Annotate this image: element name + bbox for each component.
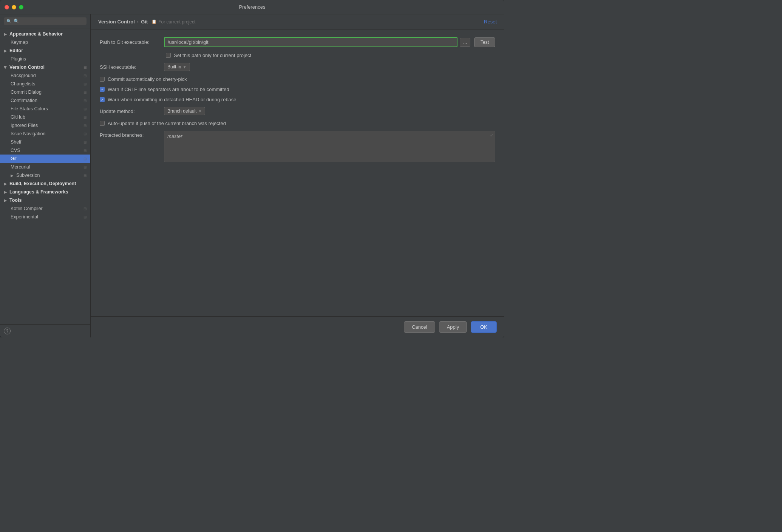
current-project-checkbox[interactable] (166, 53, 171, 58)
maximize-button[interactable] (19, 5, 23, 9)
path-input[interactable] (164, 37, 457, 47)
arrow-icon: ▶ (4, 198, 7, 203)
copy-icon: ⊞ (83, 124, 87, 128)
sidebar-item-mercurial[interactable]: Mercurial ⊞ (0, 163, 90, 171)
arrow-icon: ▶ (4, 49, 7, 53)
apply-button[interactable]: Apply (439, 321, 467, 333)
sidebar-item-label: Changelists (11, 81, 35, 87)
sidebar-item-appearance-behavior[interactable]: ▶ Appearance & Behavior (0, 30, 90, 38)
arrow-icon: ▶ (4, 190, 7, 194)
breadcrumb-separator: › (137, 19, 139, 25)
sidebar-item-kotlin-compiler[interactable]: Kotlin Compiler ⊞ (0, 204, 90, 213)
sidebar-item-label: Languages & Frameworks (9, 189, 68, 195)
protected-input-wrap: ⤢ (164, 131, 495, 162)
sidebar-item-label: Commit Dialog (11, 90, 42, 95)
sidebar-item-file-status-colors[interactable]: File Status Colors ⊞ (0, 105, 90, 113)
cherry-pick-checkbox[interactable] (100, 77, 105, 82)
ok-button[interactable]: OK (471, 321, 497, 333)
sidebar-item-version-control[interactable]: ▶ Version Control ⊞ (0, 63, 90, 71)
copy-icon: ⊞ (83, 90, 87, 94)
update-row: Update method: Branch default ▼ (100, 107, 495, 115)
sidebar-item-label: Keymap (11, 40, 28, 45)
update-select-value: Branch default (167, 108, 196, 114)
copy-icon: ⊞ (83, 207, 87, 211)
sidebar-item-label: Git (11, 156, 17, 161)
sidebar-item-editor[interactable]: ▶ Editor (0, 46, 90, 55)
breadcrumb-root: Version Control (98, 19, 135, 25)
close-button[interactable] (5, 5, 9, 9)
sidebar-item-github[interactable]: GitHub ⊞ (0, 113, 90, 121)
sidebar-item-label: Editor (9, 48, 23, 53)
title-bar: Preferences (0, 0, 504, 14)
minimize-button[interactable] (12, 5, 16, 9)
sidebar-item-tools[interactable]: ▶ Tools (0, 196, 90, 204)
copy-icon: ⊞ (83, 82, 87, 86)
sidebar-item-label: Ignored Files (11, 123, 38, 128)
cherry-pick-label: Commit automatically on cherry-pick (108, 76, 187, 82)
expand-icon[interactable]: ⤢ (490, 133, 493, 138)
sidebar-item-issue-navigation[interactable]: Issue Navigation ⊞ (0, 130, 90, 138)
sidebar-item-confirmation[interactable]: Confirmation ⊞ (0, 96, 90, 105)
copy-icon: ⊞ (83, 132, 87, 136)
protected-label: Protected branches: (100, 131, 160, 138)
arrow-icon: ▶ (4, 182, 7, 186)
help-button[interactable]: ? (4, 328, 11, 334)
sidebar-item-label: Subversion (16, 173, 40, 178)
traffic-lights (5, 5, 23, 9)
sidebar-item-background[interactable]: Background ⊞ (0, 71, 90, 80)
sidebar-item-changelists[interactable]: Changelists ⊞ (0, 80, 90, 88)
breadcrumb-current: Git (141, 19, 148, 25)
sidebar-item-label: Appearance & Behavior (9, 31, 63, 37)
copy-icon: ⊞ (83, 165, 87, 169)
copy-icon: ⊞ (83, 65, 87, 70)
ssh-select[interactable]: Built-in ▼ (164, 63, 190, 71)
search-input-wrap[interactable]: 🔍 (4, 17, 87, 25)
arrow-icon: ▶ (4, 32, 7, 36)
sidebar-item-shelf[interactable]: Shelf ⊞ (0, 138, 90, 146)
sidebar-item-label: Experimental (11, 214, 38, 220)
preferences-window: Preferences 🔍 ▶ Appearance & Behavior Ke… (0, 0, 504, 337)
ssh-label: SSH executable: (100, 64, 160, 70)
sidebar-item-experimental[interactable]: Experimental ⊞ (0, 213, 90, 221)
sidebar-item-languages-frameworks[interactable]: ▶ Languages & Frameworks (0, 188, 90, 196)
test-button[interactable]: Test (474, 37, 495, 47)
project-icon: 📋 (151, 19, 157, 24)
window-title: Preferences (239, 4, 265, 10)
sidebar-bottom: ? (0, 324, 90, 337)
arrow-icon: ▶ (11, 173, 14, 178)
form-content: Path to Git executable: ... Test Set thi… (91, 29, 504, 316)
sidebar-items: ▶ Appearance & Behavior Keymap ▶ Editor … (0, 28, 90, 324)
sidebar-item-keymap[interactable]: Keymap (0, 38, 90, 46)
sidebar-item-label: GitHub (11, 114, 25, 120)
sidebar-item-cvs[interactable]: CVS ⊞ (0, 146, 90, 155)
browse-button[interactable]: ... (460, 38, 470, 47)
crlf-label: Warn if CRLF line separators are about t… (108, 87, 229, 92)
sidebar-item-commit-dialog[interactable]: Commit Dialog ⊞ (0, 88, 90, 96)
sidebar-item-plugins[interactable]: Plugins (0, 55, 90, 63)
ssh-row: SSH executable: Built-in ▼ (100, 63, 495, 71)
cancel-button[interactable]: Cancel (404, 321, 435, 333)
path-row: Path to Git executable: ... Test (100, 37, 495, 47)
chevron-down-icon: ▼ (183, 65, 187, 69)
sidebar-item-git[interactable]: Git ⊞ (0, 155, 90, 163)
help-label: ? (6, 329, 8, 333)
sidebar-item-label: Issue Navigation (11, 131, 45, 136)
cherry-pick-row: Commit automatically on cherry-pick (100, 76, 495, 82)
crlf-checkbox[interactable] (100, 87, 105, 92)
search-input[interactable] (14, 19, 84, 24)
search-icon: 🔍 (6, 19, 12, 24)
protected-input[interactable] (164, 131, 495, 162)
sidebar-item-build-execution[interactable]: ▶ Build, Execution, Deployment (0, 179, 90, 188)
detached-head-label: Warn when committing in detached HEAD or… (108, 97, 236, 102)
sidebar: 🔍 ▶ Appearance & Behavior Keymap ▶ Edit (0, 14, 91, 337)
auto-update-checkbox[interactable] (100, 121, 105, 126)
sidebar-item-ignored-files[interactable]: Ignored Files ⊞ (0, 121, 90, 130)
main-header: Version Control › Git 📋 For current proj… (91, 14, 504, 29)
crlf-row: Warn if CRLF line separators are about t… (100, 87, 495, 92)
copy-icon: ⊞ (83, 115, 87, 119)
sidebar-item-label: Mercurial (11, 164, 30, 170)
sidebar-item-subversion[interactable]: ▶ Subversion ⊞ (0, 171, 90, 179)
detached-head-checkbox[interactable] (100, 97, 105, 102)
update-select[interactable]: Branch default ▼ (164, 107, 205, 115)
reset-button[interactable]: Reset (484, 19, 497, 25)
